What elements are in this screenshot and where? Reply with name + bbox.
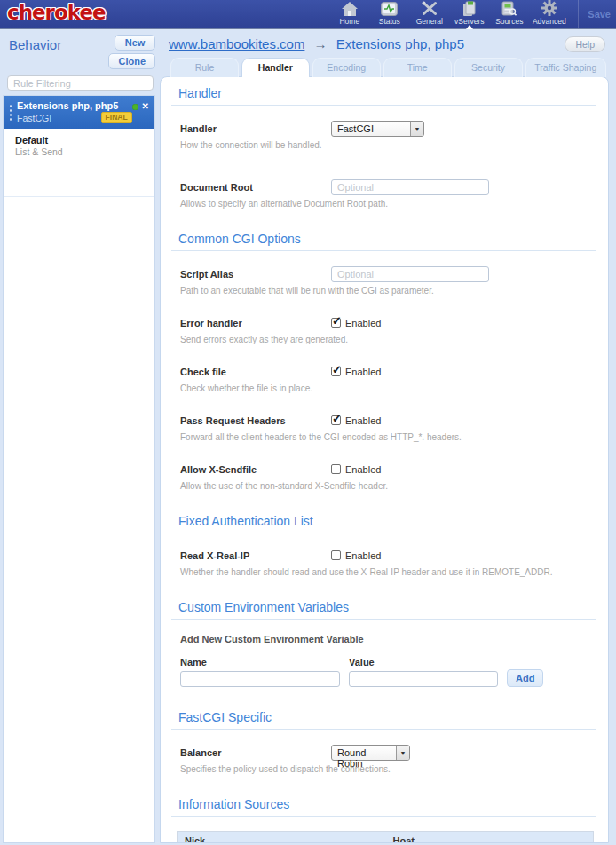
- env-name-input[interactable]: [180, 671, 340, 687]
- sidebar-header: Behavior New Clone: [3, 29, 155, 73]
- document-root-input[interactable]: [331, 179, 489, 195]
- nav-item-status[interactable]: Status: [369, 0, 409, 28]
- content-area: www.bambookites.com → Extensions php, ph…: [160, 29, 609, 843]
- rule-name: Extensions php, php5: [17, 100, 132, 111]
- section-divider: [171, 250, 596, 251]
- rule-item-extensions-php[interactable]: Extensions php, php5 FastCGI FINAL: [4, 96, 154, 129]
- main-nav: Home Status General vServers: [329, 0, 569, 28]
- clone-rule-button[interactable]: Clone: [108, 53, 155, 69]
- nav-item-general[interactable]: General: [409, 0, 449, 28]
- tab-traffic-shaping[interactable]: Traffic Shaping: [525, 58, 607, 77]
- rule-item-body: Default List & Send: [15, 135, 149, 157]
- handler-select[interactable]: FastCGI: [331, 121, 424, 137]
- balancer-select[interactable]: Round Robin: [331, 745, 410, 761]
- field-label: Check file: [180, 367, 331, 377]
- add-env-heading: Add New Custom Environment Variable: [180, 634, 596, 644]
- field-description: Send errors exactly as they are generate…: [180, 335, 596, 344]
- checkbox-label: Enabled: [345, 464, 381, 475]
- rule-list-divider: [4, 196, 154, 197]
- field-script-alias: Script Alias Path to an executable that …: [180, 265, 596, 296]
- script-alias-input[interactable]: [331, 266, 489, 282]
- content-header: www.bambookites.com → Extensions php, ph…: [160, 29, 609, 58]
- column-header-nick: Nick: [178, 832, 386, 844]
- rule-item-default[interactable]: Default List & Send: [4, 129, 154, 162]
- tab-handler[interactable]: Handler: [241, 58, 310, 77]
- tab-security[interactable]: Security: [454, 58, 523, 77]
- field-label: Handler: [180, 123, 331, 134]
- rule-item-icons: [132, 100, 149, 111]
- field-label: Document Root: [180, 182, 331, 193]
- checkbox-label: Enabled: [345, 415, 381, 426]
- field-description: How the connection will be handled.: [180, 140, 596, 150]
- field-label: Error handler: [180, 318, 331, 328]
- top-bar: cherokee Home Status General: [0, 0, 616, 29]
- sidebar-title: Behavior: [9, 35, 61, 69]
- field-allow-x-sendfile: Allow X-Sendfile Enabled Allow the use o…: [180, 462, 596, 491]
- breadcrumb-arrow: →: [314, 36, 328, 51]
- field-description: Whether the handler should read and use …: [180, 567, 596, 577]
- close-icon[interactable]: [142, 102, 149, 111]
- status-icon: [381, 1, 398, 16]
- field-handler: Handler FastCGI How the connection will …: [180, 120, 596, 150]
- checkbox-label: Enabled: [345, 550, 381, 561]
- allow-x-sendfile-checkbox[interactable]: [331, 464, 341, 474]
- field-balancer: Balancer Round Robin Specifies the polic…: [180, 744, 596, 774]
- env-name-label: Name: [180, 657, 340, 667]
- save-button[interactable]: Save: [588, 9, 611, 20]
- section-divider: [171, 105, 596, 106]
- new-rule-button[interactable]: New: [115, 35, 155, 51]
- breadcrumb: www.bambookites.com → Extensions php, ph…: [169, 36, 464, 51]
- section-divider: [171, 729, 596, 730]
- sidebar: Behavior New Clone Extensions php, php5 …: [3, 29, 155, 843]
- field-description: Allow the use of the non-standard X-Send…: [180, 481, 596, 491]
- field-label: Pass Request Headers: [180, 415, 331, 426]
- rule-handler-label: List & Send: [15, 146, 63, 157]
- section-divider: [171, 619, 596, 620]
- field-read-x-real-ip: Read X-Real-IP Enabled Whether the handl…: [180, 548, 596, 577]
- field-error-handler: Error handler Enabled Send errors exactl…: [180, 315, 596, 344]
- rule-enabled-dot-icon[interactable]: [132, 104, 138, 110]
- add-env-button[interactable]: Add: [507, 669, 543, 687]
- drag-handle-icon[interactable]: [9, 104, 12, 122]
- section-title-fixed-auth: Fixed Authentication List: [178, 514, 596, 528]
- section-title-common-cgi: Common CGI Options: [178, 232, 596, 246]
- field-label: Script Alias: [180, 269, 331, 280]
- field-pass-request-headers: Pass Request Headers Enabled Forward all…: [180, 413, 596, 442]
- breadcrumb-vserver-link[interactable]: www.bambookites.com: [169, 36, 304, 51]
- check-file-checkbox[interactable]: [331, 367, 341, 376]
- env-value-label: Value: [349, 657, 498, 667]
- tab-rule[interactable]: Rule: [170, 58, 239, 77]
- tab-encoding[interactable]: Encoding: [312, 58, 381, 77]
- field-description: Allows to specify an alternative Documen…: [180, 199, 596, 209]
- column-header-host: Host: [386, 832, 594, 844]
- pass-request-headers-checkbox[interactable]: [331, 415, 341, 425]
- rule-item-body: Extensions php, php5 FastCGI FINAL: [17, 100, 132, 123]
- checkbox-label: Enabled: [345, 318, 381, 328]
- cherokee-logo[interactable]: cherokee: [7, 3, 106, 25]
- nav-item-advanced[interactable]: Advanced: [529, 0, 569, 28]
- section-title-custom-env: Custom Environment Variables: [178, 600, 596, 614]
- read-x-real-ip-checkbox[interactable]: [331, 550, 341, 560]
- nav-item-sources[interactable]: Sources: [489, 0, 529, 28]
- rule-filter-input[interactable]: [7, 75, 154, 91]
- sidebar-actions: New Clone: [108, 35, 155, 69]
- field-check-file: Check file Enabled Check whether the fil…: [180, 364, 596, 393]
- field-label: Balancer: [180, 747, 331, 758]
- nav-item-vservers[interactable]: vServers: [449, 0, 489, 28]
- field-description: Forward all the client headers to the CG…: [180, 432, 596, 442]
- field-description: Specifies the policy used to dispatch th…: [180, 764, 596, 774]
- section-title-info-sources: Information Sources: [178, 797, 596, 811]
- field-document-root: Document Root Allows to specify an alter…: [180, 178, 596, 209]
- cherokee-admin-page: cherokee Home Status General: [0, 0, 616, 843]
- tab-time[interactable]: Time: [383, 58, 452, 77]
- error-handler-checkbox[interactable]: [331, 318, 341, 328]
- help-button[interactable]: Help: [565, 36, 605, 52]
- nav-item-home[interactable]: Home: [329, 0, 369, 28]
- field-label: Read X-Real-IP: [180, 550, 331, 561]
- tab-bar: Rule Handler Encoding Time Security Traf…: [160, 58, 609, 77]
- env-value-input[interactable]: [349, 671, 498, 687]
- app-body: Behavior New Clone Extensions php, php5 …: [0, 29, 616, 843]
- add-env-row: Name Value Add: [180, 657, 596, 687]
- table-header-row: Nick Host: [178, 832, 594, 844]
- vservers-icon: [462, 1, 477, 16]
